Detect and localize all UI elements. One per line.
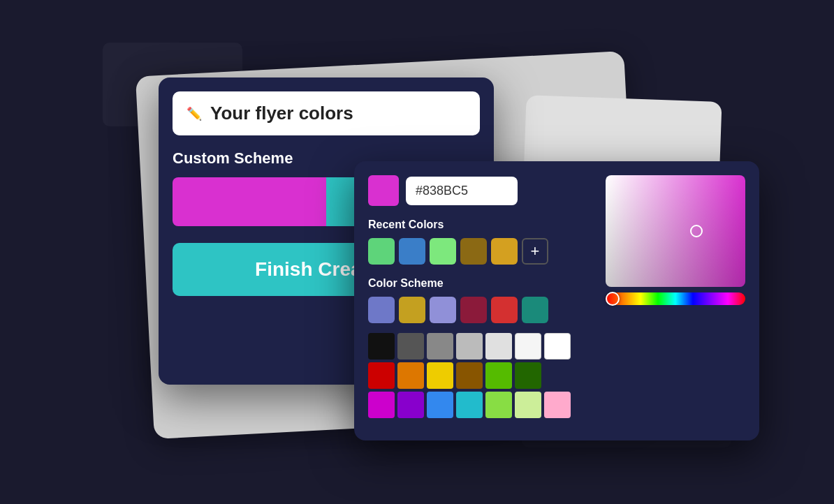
palette-swatch-pink[interactable] xyxy=(544,392,571,418)
scheme-swatch-3[interactable] xyxy=(430,297,456,323)
palette-swatch-lightlime[interactable] xyxy=(515,392,541,418)
palette-swatch-yellow[interactable] xyxy=(427,362,453,389)
recent-swatch-lightgreen[interactable] xyxy=(430,238,456,265)
pencil-icon: ✏️ xyxy=(186,106,202,121)
recent-swatch-brown[interactable] xyxy=(460,238,487,265)
recent-swatch-green[interactable] xyxy=(368,238,395,265)
palette-swatch-lightgray[interactable] xyxy=(456,333,483,360)
gradient-cursor xyxy=(690,225,703,237)
palette-swatch-black[interactable] xyxy=(368,333,395,360)
palette-swatch-orange[interactable] xyxy=(397,362,424,389)
palette-swatch-midgray[interactable] xyxy=(427,333,453,360)
add-color-button[interactable]: + xyxy=(522,238,548,265)
palette-swatch-empty xyxy=(544,362,571,389)
hue-slider[interactable] xyxy=(606,292,745,305)
gradient-overlay xyxy=(606,175,745,287)
recent-colors-label: Recent Colors xyxy=(368,218,594,231)
scheme-swatch-1[interactable] xyxy=(368,297,395,323)
page-title: Your flyer colors xyxy=(210,103,353,124)
palette-swatch-brown[interactable] xyxy=(456,362,483,389)
scheme-swatch-5[interactable] xyxy=(491,297,518,323)
recent-swatch-blue[interactable] xyxy=(399,238,425,265)
color-picker-popup: Recent Colors + Color Scheme xyxy=(354,161,759,440)
palette-swatch-nearlywh[interactable] xyxy=(515,333,541,360)
recent-colors-row: + xyxy=(368,238,594,265)
scheme-swatch-2[interactable] xyxy=(399,297,425,323)
swatch-magenta[interactable] xyxy=(173,177,326,226)
current-color-row xyxy=(368,175,594,206)
title-bar: ✏️ Your flyer colors xyxy=(173,91,480,135)
palette-swatch-yellowgreen[interactable] xyxy=(485,392,512,418)
current-color-swatch[interactable] xyxy=(368,175,399,206)
scheme-swatch-6[interactable] xyxy=(522,297,548,323)
gradient-canvas[interactable] xyxy=(606,175,745,287)
hue-cursor xyxy=(606,292,620,306)
palette-swatch-purple[interactable] xyxy=(397,392,424,418)
palette-swatch-magenta[interactable] xyxy=(368,392,395,418)
palette-swatch-verylightgray[interactable] xyxy=(485,333,512,360)
palette-swatch-darkgreen[interactable] xyxy=(515,362,541,389)
palette-swatch-white[interactable] xyxy=(544,333,571,360)
scheme-colors-row xyxy=(368,297,594,323)
scene: ✏️ Your flyer colors Custom Scheme Finis… xyxy=(103,43,731,461)
palette-swatch-skyblue[interactable] xyxy=(427,392,453,418)
palette-grid xyxy=(368,333,594,418)
gradient-bg xyxy=(606,175,745,287)
picker-right xyxy=(606,175,745,427)
recent-swatch-gold[interactable] xyxy=(491,238,518,265)
palette-swatch-cyan2[interactable] xyxy=(456,392,483,418)
palette-swatch-lime[interactable] xyxy=(485,362,512,389)
palette-swatch-darkgray[interactable] xyxy=(397,333,424,360)
palette-swatch-red[interactable] xyxy=(368,362,395,389)
hex-input[interactable] xyxy=(406,177,518,205)
picker-left: Recent Colors + Color Scheme xyxy=(368,175,594,427)
color-scheme-label: Color Scheme xyxy=(368,277,594,290)
scheme-swatch-4[interactable] xyxy=(460,297,487,323)
